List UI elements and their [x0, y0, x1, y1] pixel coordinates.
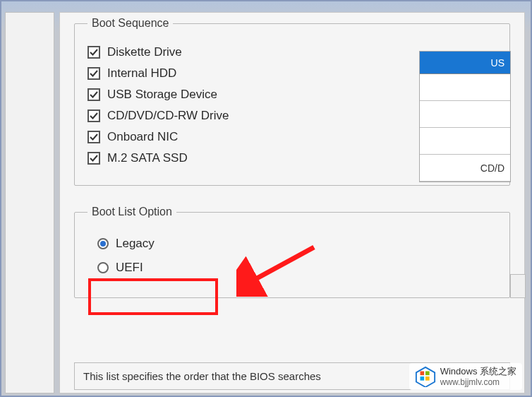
boot-order-row[interactable]: [420, 128, 510, 155]
boot-item-label: Onboard NIC: [107, 130, 178, 144]
boot-order-row[interactable]: CD/D: [420, 155, 510, 182]
boot-sequence-legend: Boot Sequence: [87, 17, 173, 30]
radio-icon[interactable]: [97, 238, 109, 249]
boot-order-row[interactable]: [420, 74, 510, 101]
watermark-url: www.bjjmlv.com: [440, 377, 516, 387]
boot-item-label: Diskette Drive: [107, 45, 182, 59]
windows-logo-icon: [415, 366, 436, 387]
side-button[interactable]: [510, 274, 526, 298]
boot-item-label: USB Storage Device: [107, 88, 217, 102]
boot-order-header: US: [420, 52, 510, 74]
radio-label: UEFI: [116, 261, 143, 275]
radio-icon[interactable]: [97, 262, 109, 273]
radio-label: Legacy: [116, 237, 155, 251]
radio-legacy[interactable]: Legacy: [97, 237, 497, 251]
checkbox-icon[interactable]: [87, 46, 100, 59]
checkbox-icon[interactable]: [87, 152, 100, 165]
svg-rect-6: [425, 377, 430, 381]
boot-item-label: CD/DVD/CD-RW Drive: [107, 109, 229, 123]
watermark: Windows 系统之家 www.bjjmlv.com: [409, 363, 522, 390]
watermark-title: Windows 系统之家: [440, 366, 516, 377]
boot-item-label: Internal HDD: [107, 66, 176, 81]
boot-list-option-legend: Boot List Option: [87, 206, 176, 218]
boot-order-table: US CD/D: [419, 51, 511, 182]
checkbox-icon[interactable]: [87, 88, 100, 101]
left-nav-panel: [5, 12, 54, 393]
main-settings-panel: Boot Sequence Diskette Drive Internal HD…: [59, 12, 525, 393]
checkbox-icon[interactable]: [87, 67, 100, 80]
boot-item-label: M.2 SATA SSD: [107, 151, 188, 165]
boot-order-row[interactable]: [420, 101, 510, 128]
bios-window: Boot Sequence Diskette Drive Internal HD…: [0, 0, 532, 397]
boot-sequence-group: Boot Sequence Diskette Drive Internal HD…: [74, 17, 510, 186]
svg-rect-3: [420, 372, 424, 376]
checkbox-icon[interactable]: [87, 109, 100, 122]
radio-uefi[interactable]: UEFI: [97, 261, 497, 275]
svg-rect-4: [425, 372, 430, 376]
svg-rect-5: [420, 377, 424, 381]
checkbox-icon[interactable]: [87, 131, 100, 143]
boot-list-option-group: Boot List Option Legacy UEFI: [74, 206, 510, 298]
watermark-text: Windows 系统之家 www.bjjmlv.com: [440, 366, 516, 387]
